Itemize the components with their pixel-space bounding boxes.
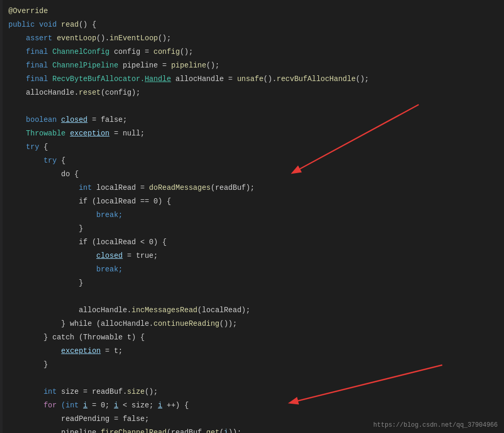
code-token: < size; (118, 401, 158, 409)
code-token: ChannelPipeline (52, 61, 118, 70)
line-content: break; (4, 209, 504, 221)
code-line: Throwable exception = null; (4, 127, 504, 140)
line-content: int size = readBuf.size(); (4, 385, 504, 398)
line-content: int localRead = doReadMessages(readBuf); (4, 181, 504, 194)
line-content: allocHandle.reset(config); (4, 86, 504, 99)
code-token: eventLoop (57, 34, 96, 42)
code-token: final (8, 61, 52, 70)
code-token: i (158, 401, 162, 409)
code-token: final (8, 48, 52, 56)
code-token: ++) { (162, 401, 188, 409)
code-token: (readBuf. (166, 428, 206, 433)
line-content: try { (4, 154, 504, 167)
line-content: } (4, 277, 504, 289)
code-token: { (43, 143, 48, 151)
code-line: final RecvByteBufAllocator.Handle allocH… (4, 72, 504, 86)
code-token: read (61, 20, 79, 29)
line-content: if (localRead < 0) { (4, 236, 504, 248)
code-token: if (localRead < 0) { (8, 238, 166, 246)
code-line: assert eventLoop().inEventLoop(); (4, 31, 504, 45)
code-token: @Override (8, 7, 48, 15)
code-line: exception = t; (4, 344, 504, 358)
code-token: ( (219, 428, 223, 433)
code-token: readPending = false; (8, 415, 149, 423)
line-content: @Override (4, 5, 504, 17)
code-token: = false; (87, 116, 127, 124)
code-token: fireChannelRead (100, 428, 166, 433)
line-content (4, 372, 504, 384)
line-content: final ChannelConfig config = config(); (4, 45, 504, 58)
code-line: } (4, 358, 504, 371)
code-line: allocHandle.reset(config); (4, 86, 504, 99)
code-token: boolean (8, 116, 61, 124)
line-content: closed = true; (4, 249, 504, 262)
line-content: do { (4, 168, 504, 180)
line-content: for (int i = 0; i < size; i ++) { (4, 399, 504, 412)
code-token: = 0; (87, 401, 114, 409)
code-token: recvBufAllocHandle (277, 75, 356, 83)
line-content: break; (4, 263, 504, 276)
code-token: (config); (100, 88, 140, 97)
code-token: pipeline = (118, 61, 171, 70)
code-token: final (8, 75, 52, 83)
code-token: )); (228, 428, 241, 433)
code-token: i (114, 401, 118, 409)
code-line (4, 371, 504, 385)
line-content: final RecvByteBufAllocator.Handle allocH… (4, 73, 504, 85)
line-content (4, 290, 504, 303)
code-token: assert (8, 34, 57, 42)
code-token: void (39, 20, 61, 29)
line-content: try { (4, 141, 504, 153)
code-token: ChannelConfig (52, 48, 109, 56)
line-content: boolean closed = false; (4, 113, 504, 126)
line-content: Throwable exception = null; (4, 127, 504, 140)
code-line: closed = true; (4, 249, 504, 263)
code-token: closed (96, 252, 122, 260)
code-token: int (8, 388, 61, 396)
code-token: RecvByteBufAllocator. (52, 75, 144, 83)
code-line: } catch (Throwable t) { (4, 331, 504, 344)
code-token: config = (109, 48, 153, 56)
line-content: final ChannelPipeline pipeline = pipelin… (4, 59, 504, 72)
code-token: (); (144, 388, 158, 396)
code-token: unsafe (237, 75, 263, 83)
code-token: (); (180, 48, 193, 56)
code-line: do { (4, 167, 504, 181)
line-content: public void read() { (4, 18, 504, 31)
code-token: pipeline. (8, 428, 100, 433)
code-line: public void read() { (4, 18, 504, 31)
code-token: break; (8, 211, 122, 219)
code-line: } while (allocHandle.continueReading()); (4, 317, 504, 331)
code-token: size = readBuf. (61, 388, 127, 396)
code-line: try { (4, 154, 504, 167)
code-line: int size = readBuf.size(); (4, 385, 504, 398)
code-token: (). (263, 75, 276, 83)
code-token: closed (61, 116, 87, 124)
code-token: continueReading (153, 320, 219, 328)
code-token: pipeline (171, 61, 206, 70)
code-token: (). (96, 34, 109, 42)
code-line: final ChannelConfig config = config(); (4, 45, 504, 59)
code-token: Handle (144, 75, 171, 83)
code-token: (localRead); (197, 306, 250, 314)
left-gutter (0, 0, 3, 433)
code-token: } catch (Throwable t) { (8, 333, 144, 341)
code-line: final ChannelPipeline pipeline = pipelin… (4, 59, 504, 72)
code-token: = true; (122, 252, 158, 260)
url-label: https://blog.csdn.net/qq_37904966 (373, 421, 498, 429)
code-line: try { (4, 140, 504, 154)
code-line: @Override (4, 4, 504, 18)
code-token: incMessagesRead (131, 306, 197, 314)
code-token: } while (allocHandle. (8, 320, 153, 328)
code-token: config (153, 48, 180, 56)
code-token: for (43, 401, 57, 409)
code-token: public (8, 20, 39, 29)
code-token: localRead = (96, 184, 149, 192)
line-content (4, 100, 504, 112)
line-content: } catch (Throwable t) { (4, 331, 504, 344)
code-token (8, 401, 43, 409)
line-content: allocHandle.incMessagesRead(localRead); (4, 304, 504, 316)
code-token: Throwable (8, 129, 70, 138)
code-token: doReadMessages (149, 184, 211, 192)
code-line (4, 290, 504, 303)
